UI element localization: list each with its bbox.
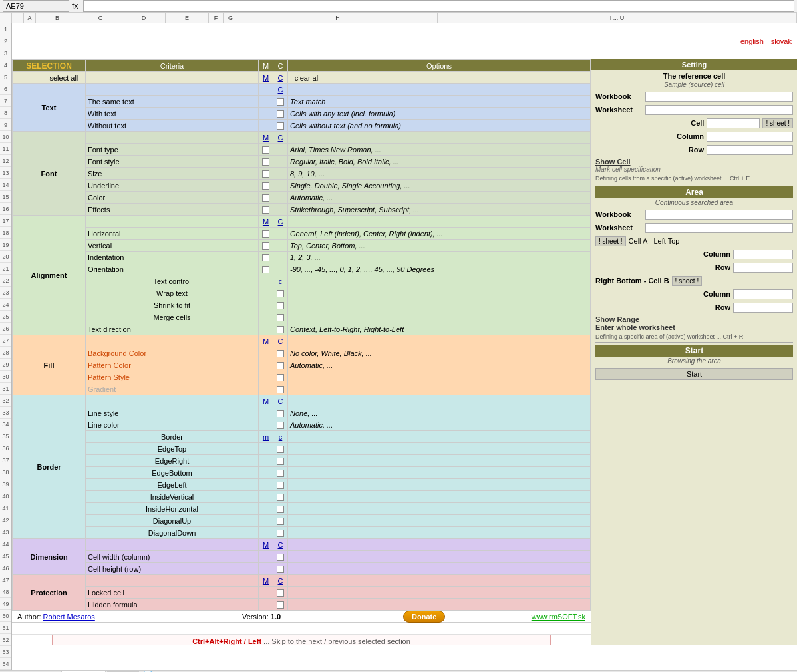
area-workbook-input[interactable] — [645, 210, 793, 220]
alignment-cb-9[interactable] — [273, 323, 288, 335]
area-sheet-button[interactable]: ! sheet ! — [595, 236, 626, 246]
ref-row-input[interactable] — [707, 145, 793, 155]
name-box[interactable]: AE79 — [3, 0, 69, 12]
alignment-m-3[interactable] — [259, 252, 273, 263]
alignment-m-4[interactable] — [259, 263, 273, 275]
alignment-cb-6[interactable] — [273, 287, 288, 299]
border-cb-5[interactable] — [273, 467, 288, 479]
border-options-10 — [288, 527, 591, 539]
border-cb-10[interactable] — [273, 527, 288, 539]
font-m-3[interactable] — [259, 168, 273, 180]
font-c-link[interactable]: C — [278, 134, 283, 142]
alignment-cb-8[interactable] — [273, 311, 288, 323]
fill-m-header: M — [259, 335, 273, 347]
border-cb-7[interactable] — [273, 491, 288, 503]
alignment-text-ctrl-c-link[interactable]: c — [279, 277, 283, 285]
formula-bar[interactable] — [83, 0, 794, 12]
rmsoft-link[interactable]: www.rmSOFT.sk — [532, 613, 585, 621]
area-row-b-input[interactable] — [733, 303, 793, 313]
text-cb-2[interactable] — [273, 108, 288, 120]
font-m-link[interactable]: M — [263, 134, 269, 142]
alignment-cb-7[interactable] — [273, 299, 288, 311]
fill-m-link[interactable]: M — [263, 337, 269, 345]
english-link[interactable]: english — [740, 37, 764, 45]
fill-cb-2[interactable] — [273, 359, 288, 371]
border-cb-3[interactable] — [273, 443, 288, 455]
area-title: Area — [595, 186, 793, 198]
area-sheet-btn-b[interactable]: ! sheet ! — [672, 276, 703, 286]
protection-c-link[interactable]: C — [278, 577, 283, 585]
fill-c-link[interactable]: C — [278, 337, 283, 345]
border-cb-4[interactable] — [273, 455, 288, 467]
area-col-b-input[interactable] — [733, 289, 793, 299]
border-c-sub-link[interactable]: c — [279, 433, 283, 441]
start-button[interactable]: Start — [595, 368, 793, 380]
ref-sheet-button[interactable]: ! sheet ! — [762, 118, 793, 128]
protection-options-2 — [288, 599, 591, 611]
enter-worksheet-link[interactable]: Enter whole worksheet — [595, 323, 793, 331]
font-m-1[interactable] — [259, 144, 273, 156]
area-row-a-input[interactable] — [733, 263, 793, 273]
fill-cb-3[interactable] — [273, 371, 288, 383]
font-m-2[interactable] — [259, 156, 273, 168]
protection-cb-2[interactable] — [273, 599, 288, 611]
author-name[interactable]: Robert Mesaros — [43, 613, 95, 621]
ref-cell-input[interactable] — [707, 118, 760, 128]
border-cb-2[interactable] — [273, 419, 288, 431]
protection-m-link[interactable]: M — [263, 577, 269, 585]
border-cb-1[interactable] — [273, 407, 288, 419]
alignment-value-1 — [172, 228, 259, 240]
border-m-4 — [259, 455, 273, 467]
fill-criteria-4: Gradient — [86, 383, 172, 395]
alignment-section-label: Alignment — [13, 216, 86, 335]
row-3 — [12, 47, 797, 59]
alignment-m-link[interactable]: M — [263, 218, 269, 226]
dimension-cb-2[interactable] — [273, 563, 288, 575]
ref-worksheet-input[interactable] — [645, 105, 793, 115]
dimension-m-link[interactable]: M — [263, 541, 269, 549]
ref-workbook-input[interactable] — [645, 92, 793, 102]
font-m-5[interactable] — [259, 192, 273, 204]
fill-cb-1[interactable] — [273, 347, 288, 359]
select-all-c-link[interactable]: C — [278, 74, 283, 82]
fill-cb-4[interactable] — [273, 383, 288, 395]
area-col-a-input[interactable] — [733, 250, 793, 259]
protection-cb-1[interactable] — [273, 587, 288, 599]
alignment-c-link[interactable]: C — [278, 218, 283, 226]
border-m-link[interactable]: M — [263, 397, 269, 405]
font-criteria-6: Effects — [86, 204, 172, 216]
row-num-13: 13 — [0, 167, 11, 179]
donate-button[interactable]: Donate — [403, 611, 445, 623]
alignment-criteria-4: Orientation — [86, 263, 172, 275]
area-worksheet-input[interactable] — [645, 223, 793, 233]
row-num-43: 43 — [0, 526, 11, 538]
row-num-38: 38 — [0, 466, 11, 478]
alignment-m-8 — [259, 311, 273, 323]
border-cb-9[interactable] — [273, 515, 288, 527]
alignment-options-2: Top, Center, Bottom, ... — [288, 240, 591, 252]
border-c-link[interactable]: C — [278, 397, 283, 405]
font-m-6[interactable] — [259, 204, 273, 216]
alignment-m-2[interactable] — [259, 240, 273, 252]
show-range-link[interactable]: Show Range — [595, 315, 793, 323]
slovak-link[interactable]: slovak — [771, 37, 792, 45]
dimension-cb-1[interactable] — [273, 551, 288, 563]
border-cb-6[interactable] — [273, 479, 288, 491]
show-cell-link[interactable]: Show Cell — [595, 158, 793, 166]
mark-cell-link[interactable]: Mark cell specification — [595, 166, 793, 173]
select-all-m-link[interactable]: M — [263, 74, 269, 82]
border-cb-8[interactable] — [273, 503, 288, 515]
dimension-header-space — [86, 539, 259, 551]
font-row-2: Font style Regular, Italic, Bold, Bold I… — [13, 156, 591, 168]
text-cb-1[interactable] — [273, 96, 288, 108]
select-all-row: select all - M C - clear all — [13, 72, 591, 84]
dimension-c-link[interactable]: C — [278, 541, 283, 549]
border-m-sub-link[interactable]: m — [263, 433, 269, 441]
ref-column-input[interactable] — [707, 132, 793, 142]
font-m-4[interactable] — [259, 180, 273, 192]
alignment-row-9: Text direction Context, Left-to-Right, R… — [13, 323, 591, 335]
text-cb-3[interactable] — [273, 120, 288, 132]
alignment-m-1[interactable] — [259, 228, 273, 240]
text-c-link[interactable]: C — [278, 86, 283, 94]
border-sub-label: Border — [86, 431, 259, 443]
